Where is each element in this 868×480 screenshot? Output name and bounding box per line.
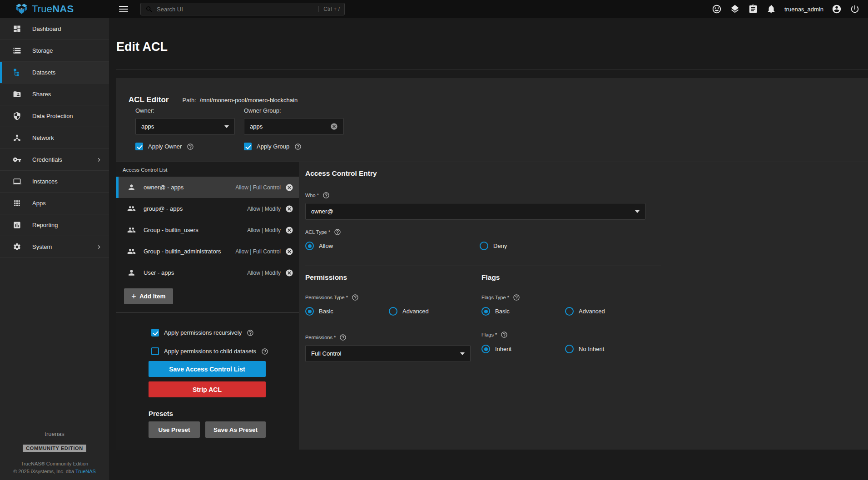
acl-editor-header: ACL Editor Path: /mnt/monero-pool/monero… — [116, 78, 868, 162]
acl-entry-row[interactable]: Group - builtin_users Allow | Modify — [116, 219, 299, 241]
apply-recursively-checkbox[interactable]: Apply permissions recursively — [151, 329, 299, 336]
save-as-preset-button[interactable]: Save As Preset — [205, 421, 266, 438]
help-icon[interactable] — [261, 348, 268, 355]
acl-entry-row[interactable]: Group - builtin_administrators Allow | F… — [116, 241, 299, 262]
permissions-type-label: Permissions Type * — [305, 294, 481, 301]
delete-x-icon[interactable] — [285, 247, 293, 256]
strip-acl-button[interactable]: Strip ACL — [149, 381, 266, 397]
acl-entry-row[interactable]: owner@ - apps Allow | Full Control — [116, 177, 299, 198]
instances-laptop-icon — [13, 177, 21, 186]
apply-group-checkbox[interactable]: Apply Group — [244, 143, 344, 150]
radio-permissions-basic[interactable]: Basic — [305, 307, 389, 316]
jobs-clipboard-icon[interactable] — [748, 4, 758, 14]
search-input[interactable] — [157, 6, 315, 13]
acl-editor-card: ACL Editor Path: /mnt/monero-pool/monero… — [116, 78, 868, 450]
sidebar-item-dashboard[interactable]: Dashboard — [0, 18, 109, 40]
who-select[interactable]: owner@ — [305, 203, 645, 220]
radio-flags-basic[interactable]: Basic — [481, 307, 565, 316]
truenas-logo[interactable]: TrueNAS — [0, 3, 109, 15]
help-icon[interactable] — [294, 143, 302, 150]
datasets-tree-icon — [13, 68, 21, 77]
acl-entry-row[interactable]: group@ - apps Allow | Modify — [116, 198, 299, 219]
title-divider — [116, 69, 868, 69]
permissions-select[interactable]: Full Control — [305, 345, 471, 362]
truecommand-layers-icon[interactable] — [730, 4, 740, 14]
flags-radio-group: Inherit No Inherit — [481, 345, 605, 353]
add-item-button[interactable]: + Add Item — [124, 288, 173, 304]
user-avatar-icon[interactable] — [832, 4, 842, 14]
edition-badge: COMMUNITY EDITION — [23, 445, 86, 452]
help-icon[interactable] — [247, 329, 254, 336]
truenas-logo-icon — [15, 4, 28, 15]
power-icon[interactable] — [850, 4, 860, 14]
radio-unselected-icon — [565, 307, 574, 316]
radio-permissions-advanced[interactable]: Advanced — [389, 307, 429, 316]
apply-owner-checkbox[interactable]: Apply Owner — [135, 143, 235, 150]
page-title: Edit ACL — [116, 40, 168, 54]
radio-deny[interactable]: Deny — [480, 242, 507, 250]
main-content: Edit ACL ACL Editor Path: /mnt/monero-po… — [109, 18, 868, 480]
radio-allow[interactable]: Allow — [305, 242, 480, 250]
menu-icon[interactable] — [119, 6, 128, 12]
sidebar-item-reporting[interactable]: Reporting — [0, 214, 109, 236]
person-icon — [127, 183, 136, 192]
apply-to-children-checkbox[interactable]: Apply permissions to child datasets — [151, 347, 299, 355]
group-icon — [127, 247, 136, 256]
radio-unselected-icon — [480, 242, 488, 250]
sidebar-item-credentials[interactable]: Credentials — [0, 149, 109, 171]
sidebar-item-instances[interactable]: Instances — [0, 171, 109, 193]
sidebar-item-storage[interactable]: Storage — [0, 40, 109, 62]
help-icon[interactable] — [187, 143, 194, 150]
acl-entry-row[interactable]: User - apps Allow | Modify — [116, 262, 299, 283]
truenas-link[interactable]: TrueNAS — [75, 469, 96, 474]
owner-group-field: Owner Group: apps Apply Group — [244, 107, 344, 150]
apps-grid-icon — [13, 199, 21, 208]
radio-inherit[interactable]: Inherit — [481, 345, 565, 353]
sidebar-item-data-protection[interactable]: Data Protection — [0, 105, 109, 127]
radio-flags-advanced[interactable]: Advanced — [565, 307, 605, 316]
dropdown-caret-icon — [635, 210, 640, 213]
help-icon[interactable] — [513, 294, 520, 301]
permissions-heading: Permissions — [305, 273, 481, 282]
use-preset-button[interactable]: Use Preset — [149, 421, 200, 438]
logo-text: TrueNAS — [32, 3, 74, 15]
radio-selected-icon — [481, 307, 490, 316]
help-icon[interactable] — [339, 334, 347, 341]
owner-field: Owner: apps Apply Owner — [135, 107, 235, 150]
owner-group-label: Owner Group: — [244, 107, 344, 114]
footer-copyright-line: © 2025 iXsystems, Inc. dba TrueNAS — [0, 468, 109, 475]
sidebar-item-network[interactable]: Network — [0, 127, 109, 149]
sidebar-item-shares[interactable]: Shares — [0, 84, 109, 105]
checkbox-checked-icon — [244, 143, 252, 150]
username: truenas_admin — [784, 6, 823, 13]
help-icon[interactable] — [352, 294, 359, 301]
reporting-chart-icon — [13, 221, 21, 229]
form-divider — [305, 266, 661, 266]
sidebar-item-system[interactable]: System — [0, 236, 109, 258]
sidebar-item-datasets[interactable]: Datasets — [0, 62, 109, 84]
delete-x-icon[interactable] — [285, 226, 293, 234]
radio-unselected-icon — [389, 307, 397, 316]
owner-group-input[interactable]: apps — [244, 118, 344, 135]
radio-no-inherit[interactable]: No Inherit — [565, 345, 604, 353]
feedback-smiley-icon[interactable] — [712, 4, 722, 14]
clear-x-icon[interactable] — [330, 123, 338, 130]
notifications-bell-icon[interactable] — [766, 4, 776, 14]
group-icon — [127, 204, 136, 213]
sidebar-item-apps[interactable]: Apps — [0, 193, 109, 214]
delete-x-icon[interactable] — [285, 269, 293, 277]
presets-heading: Presets — [149, 410, 299, 417]
delete-x-icon[interactable] — [285, 205, 293, 213]
owner-select[interactable]: apps — [135, 118, 235, 135]
person-icon — [127, 268, 136, 277]
help-icon[interactable] — [322, 192, 330, 199]
help-icon[interactable] — [334, 228, 341, 236]
credentials-key-icon — [13, 155, 21, 164]
save-acl-button[interactable]: Save Access Control List — [149, 361, 266, 377]
checkbox-checked-icon — [135, 143, 143, 150]
delete-x-icon[interactable] — [285, 183, 293, 192]
path-label: Path: — [182, 97, 196, 104]
help-icon[interactable] — [501, 331, 508, 338]
radio-selected-icon — [481, 345, 490, 353]
permissions-label: Permissions * — [305, 334, 481, 341]
